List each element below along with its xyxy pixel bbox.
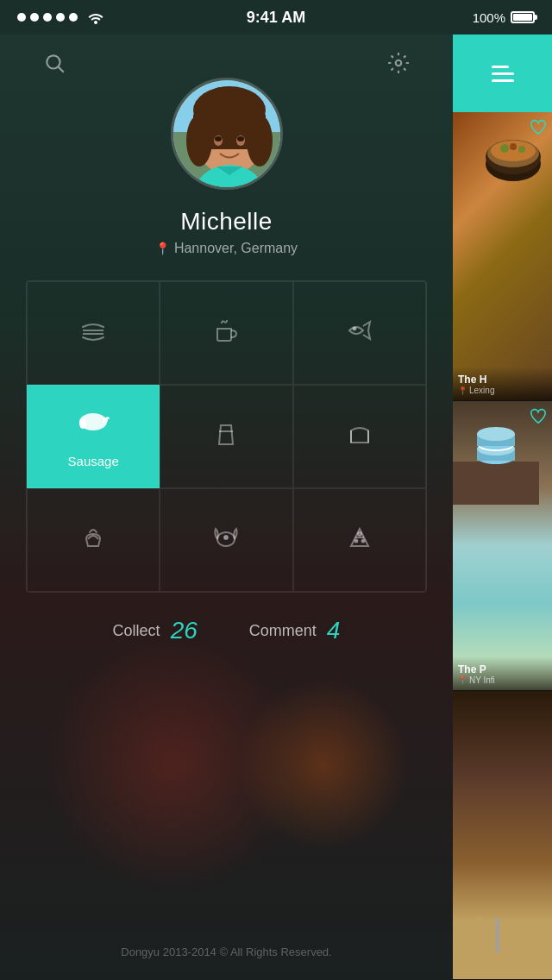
collect-stat: Collect 26 <box>113 617 198 644</box>
right-card-1[interactable]: The H 📍 Lexing <box>453 112 552 401</box>
svg-point-2 <box>396 60 402 66</box>
status-bar: 9:41 AM 100% <box>0 0 552 35</box>
card-2-location-text: NY Infi <box>469 675 495 685</box>
search-icon <box>43 52 66 74</box>
svg-point-16 <box>353 327 355 330</box>
status-time: 9:41 AM <box>247 9 305 27</box>
profile-location: 📍 Hannover, Germany <box>155 241 298 256</box>
svg-point-32 <box>518 146 525 153</box>
food-cell-burger[interactable] <box>27 281 160 385</box>
left-panel: Michelle 📍 Hannover, Germany <box>0 35 453 980</box>
svg-point-41 <box>477 427 515 441</box>
svg-line-1 <box>59 67 64 72</box>
svg-point-22 <box>224 536 228 539</box>
location-text: Hannover, Germany <box>174 241 298 256</box>
svg-rect-45 <box>496 919 499 953</box>
right-cards: The H 📍 Lexing <box>453 112 552 980</box>
menu-button[interactable] <box>453 35 552 112</box>
sausage-label: Sausage <box>68 454 119 468</box>
right-panel: The H 📍 Lexing <box>453 35 552 980</box>
bread-icon <box>344 418 375 455</box>
sausage-icon <box>76 405 110 447</box>
food-cell-fish[interactable] <box>293 281 426 385</box>
profile-name: Michelle <box>180 208 273 236</box>
wifi-icon <box>87 10 104 24</box>
svg-point-13 <box>237 136 244 141</box>
food-cell-drink[interactable] <box>160 385 292 488</box>
battery-area: 100% <box>473 10 535 25</box>
card-2-heart-button[interactable] <box>530 408 547 428</box>
burger-icon <box>78 315 109 352</box>
signal-dots <box>17 13 78 22</box>
card-2-pin-icon: 📍 <box>458 675 467 684</box>
search-button[interactable] <box>43 52 66 74</box>
food-cell-coffee[interactable] <box>160 281 292 385</box>
stats-row: Collect 26 Comment 4 <box>0 617 453 644</box>
hamburger-icon <box>492 66 514 82</box>
svg-point-18 <box>79 418 86 429</box>
svg-rect-9 <box>193 115 266 149</box>
bg-glow-orange <box>237 678 410 851</box>
battery-icon <box>511 11 535 23</box>
seafood-icon <box>210 522 242 559</box>
svg-point-31 <box>500 144 509 153</box>
battery-percent: 100% <box>473 10 505 25</box>
svg-point-33 <box>510 143 517 150</box>
card-2-overlay: The P 📍 NY Infi <box>453 656 552 690</box>
svg-point-0 <box>47 55 60 68</box>
card-2-title: The P <box>458 663 547 675</box>
right-card-3[interactable] <box>453 691 552 980</box>
comment-label: Comment <box>249 622 317 640</box>
drink-icon <box>210 418 242 455</box>
card-1-heart-button[interactable] <box>530 119 547 139</box>
comment-value: 4 <box>327 617 341 644</box>
heart-icon-2 <box>530 408 547 424</box>
fish-icon <box>344 315 375 352</box>
pizza-icon <box>344 522 375 559</box>
card-1-pin-icon: 📍 <box>458 386 467 395</box>
bg-glow-red <box>43 635 302 894</box>
settings-icon <box>387 52 410 74</box>
food-cell-cupcake[interactable] <box>27 488 160 592</box>
cupcake-icon <box>78 522 109 559</box>
food-cell-sausage[interactable]: Sausage <box>27 385 160 488</box>
card-1-title: The H <box>458 374 547 386</box>
collect-value: 26 <box>171 617 198 644</box>
food-cell-seafood[interactable] <box>160 488 292 592</box>
svg-point-24 <box>358 532 361 536</box>
food-grid-container: Sausage <box>26 280 427 593</box>
settings-button[interactable] <box>387 52 410 74</box>
card-2-location: 📍 NY Infi <box>458 675 547 685</box>
collect-label: Collect <box>113 622 160 640</box>
svg-point-26 <box>361 539 364 542</box>
svg-rect-44 <box>477 917 484 920</box>
footer-text: Dongyu 2013-2014 © All Rights Reserved. <box>0 945 453 958</box>
svg-point-25 <box>354 539 357 542</box>
svg-rect-34 <box>453 462 539 505</box>
svg-point-12 <box>215 136 222 141</box>
profile-icons-row <box>0 52 453 74</box>
food-cell-bread[interactable] <box>293 385 426 488</box>
card-1-location: 📍 Lexing <box>458 386 547 395</box>
main-container: Michelle 📍 Hannover, Germany <box>0 35 552 980</box>
right-card-2[interactable]: The P 📍 NY Infi <box>453 401 552 690</box>
food-grid: Sausage <box>27 281 426 592</box>
profile-section: Michelle 📍 Hannover, Germany <box>0 35 453 256</box>
comment-stat: Comment 4 <box>249 617 341 644</box>
card-1-overlay: The H 📍 Lexing <box>453 367 552 400</box>
coffee-icon <box>210 315 242 352</box>
card-1-location-text: Lexing <box>469 386 494 395</box>
food-cell-pizza[interactable] <box>293 488 426 592</box>
avatar <box>171 78 283 190</box>
location-pin-icon: 📍 <box>155 242 170 255</box>
heart-icon-1 <box>530 119 547 135</box>
